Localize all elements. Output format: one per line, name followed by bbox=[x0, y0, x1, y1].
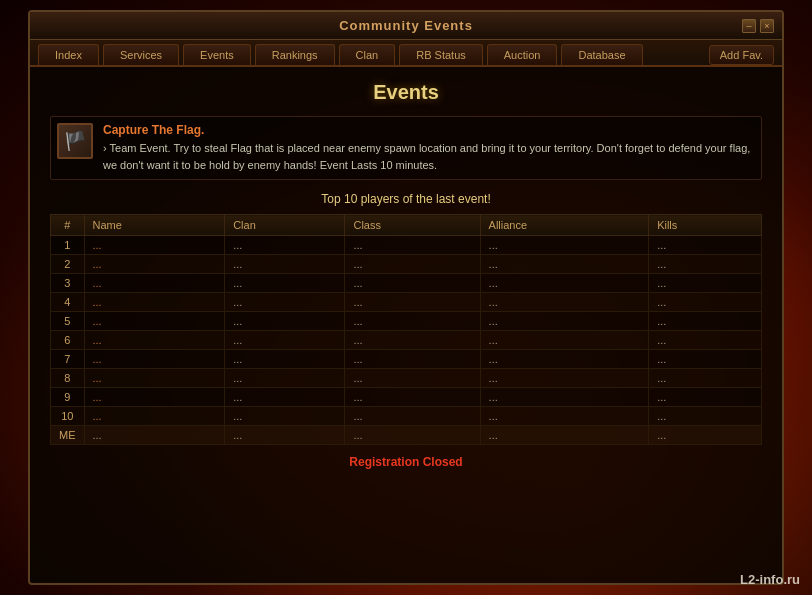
cell-name-me: ... bbox=[84, 426, 225, 445]
cell-rank-me: ME bbox=[51, 426, 85, 445]
cell-class: ... bbox=[345, 331, 480, 350]
cell-name: ... bbox=[84, 312, 225, 331]
cell-class: ... bbox=[345, 274, 480, 293]
event-text: Capture The Flag. › Team Event. Try to s… bbox=[103, 123, 755, 173]
cell-kills-me: ... bbox=[649, 426, 762, 445]
cell-alliance: ... bbox=[480, 388, 649, 407]
cell-rank: 5 bbox=[51, 312, 85, 331]
cell-alliance: ... bbox=[480, 293, 649, 312]
tab-database[interactable]: Database bbox=[561, 44, 642, 65]
cell-clan: ... bbox=[225, 407, 345, 426]
table-row: 3 ... ... ... ... ... bbox=[51, 274, 762, 293]
table-row: 1 ... ... ... ... ... bbox=[51, 236, 762, 255]
cell-name: ... bbox=[84, 255, 225, 274]
col-clan: Clan bbox=[225, 215, 345, 236]
cell-class: ... bbox=[345, 407, 480, 426]
title-controls: – × bbox=[742, 19, 774, 33]
cell-kills: ... bbox=[649, 331, 762, 350]
table-row: 8 ... ... ... ... ... bbox=[51, 369, 762, 388]
cell-name: ... bbox=[84, 331, 225, 350]
top10-label: Top 10 players of the last event! bbox=[50, 192, 762, 206]
cell-name: ... bbox=[84, 274, 225, 293]
watermark: L2-info.ru bbox=[740, 572, 800, 587]
table-row: 5 ... ... ... ... ... bbox=[51, 312, 762, 331]
table-row: 2 ... ... ... ... ... bbox=[51, 255, 762, 274]
col-alliance: Alliance bbox=[480, 215, 649, 236]
event-icon: 🏴 bbox=[57, 123, 93, 159]
col-kills: Kills bbox=[649, 215, 762, 236]
cell-alliance: ... bbox=[480, 255, 649, 274]
event-description: 🏴 Capture The Flag. › Team Event. Try to… bbox=[50, 116, 762, 180]
cell-kills: ... bbox=[649, 255, 762, 274]
cell-class-me: ... bbox=[345, 426, 480, 445]
table-row: 4 ... ... ... ... ... bbox=[51, 293, 762, 312]
page-title: Events bbox=[50, 81, 762, 104]
cell-kills: ... bbox=[649, 293, 762, 312]
tab-rb-status[interactable]: RB Status bbox=[399, 44, 483, 65]
cell-alliance: ... bbox=[480, 274, 649, 293]
close-button[interactable]: × bbox=[760, 19, 774, 33]
cell-name: ... bbox=[84, 350, 225, 369]
nav-tabs: Index Services Events Rankings Clan RB S… bbox=[30, 40, 782, 67]
col-class: Class bbox=[345, 215, 480, 236]
leaderboard-table: # Name Clan Class Alliance Kills 1 ... .… bbox=[50, 214, 762, 445]
cell-rank: 3 bbox=[51, 274, 85, 293]
cell-name: ... bbox=[84, 293, 225, 312]
cell-clan: ... bbox=[225, 274, 345, 293]
cell-name: ... bbox=[84, 236, 225, 255]
cell-class: ... bbox=[345, 312, 480, 331]
cell-rank: 1 bbox=[51, 236, 85, 255]
cell-clan: ... bbox=[225, 388, 345, 407]
tab-services[interactable]: Services bbox=[103, 44, 179, 65]
cell-clan: ... bbox=[225, 369, 345, 388]
cell-alliance: ... bbox=[480, 407, 649, 426]
event-title: Capture The Flag. bbox=[103, 123, 755, 137]
cell-alliance: ... bbox=[480, 236, 649, 255]
table-header-row: # Name Clan Class Alliance Kills bbox=[51, 215, 762, 236]
table-row: 6 ... ... ... ... ... bbox=[51, 331, 762, 350]
tab-rankings[interactable]: Rankings bbox=[255, 44, 335, 65]
cell-kills: ... bbox=[649, 388, 762, 407]
cell-class: ... bbox=[345, 255, 480, 274]
cell-alliance: ... bbox=[480, 331, 649, 350]
tab-events[interactable]: Events bbox=[183, 44, 251, 65]
tab-index[interactable]: Index bbox=[38, 44, 99, 65]
cell-class: ... bbox=[345, 293, 480, 312]
table-row: 7 ... ... ... ... ... bbox=[51, 350, 762, 369]
cell-alliance-me: ... bbox=[480, 426, 649, 445]
col-name: Name bbox=[84, 215, 225, 236]
cell-class: ... bbox=[345, 236, 480, 255]
tab-clan[interactable]: Clan bbox=[339, 44, 396, 65]
content-area: Events 🏴 Capture The Flag. › Team Event.… bbox=[30, 67, 782, 493]
cell-rank: 2 bbox=[51, 255, 85, 274]
cell-clan-me: ... bbox=[225, 426, 345, 445]
cell-rank: 10 bbox=[51, 407, 85, 426]
cell-clan: ... bbox=[225, 312, 345, 331]
cell-kills: ... bbox=[649, 236, 762, 255]
tab-auction[interactable]: Auction bbox=[487, 44, 558, 65]
add-fav-button[interactable]: Add Fav. bbox=[709, 45, 774, 65]
window-title: Community Events bbox=[339, 18, 473, 33]
cell-alliance: ... bbox=[480, 369, 649, 388]
minimize-button[interactable]: – bbox=[742, 19, 756, 33]
col-rank: # bbox=[51, 215, 85, 236]
cell-clan: ... bbox=[225, 350, 345, 369]
cell-rank: 7 bbox=[51, 350, 85, 369]
table-row: 9 ... ... ... ... ... bbox=[51, 388, 762, 407]
cell-clan: ... bbox=[225, 255, 345, 274]
event-body: › Team Event. Try to steal Flag that is … bbox=[103, 140, 755, 173]
registration-status: Registration Closed bbox=[50, 445, 762, 479]
cell-class: ... bbox=[345, 350, 480, 369]
cell-clan: ... bbox=[225, 236, 345, 255]
cell-name: ... bbox=[84, 369, 225, 388]
cell-kills: ... bbox=[649, 369, 762, 388]
cell-alliance: ... bbox=[480, 350, 649, 369]
cell-rank: 4 bbox=[51, 293, 85, 312]
cell-clan: ... bbox=[225, 331, 345, 350]
cell-kills: ... bbox=[649, 312, 762, 331]
cell-clan: ... bbox=[225, 293, 345, 312]
cell-kills: ... bbox=[649, 407, 762, 426]
cell-kills: ... bbox=[649, 350, 762, 369]
cell-kills: ... bbox=[649, 274, 762, 293]
cell-rank: 9 bbox=[51, 388, 85, 407]
